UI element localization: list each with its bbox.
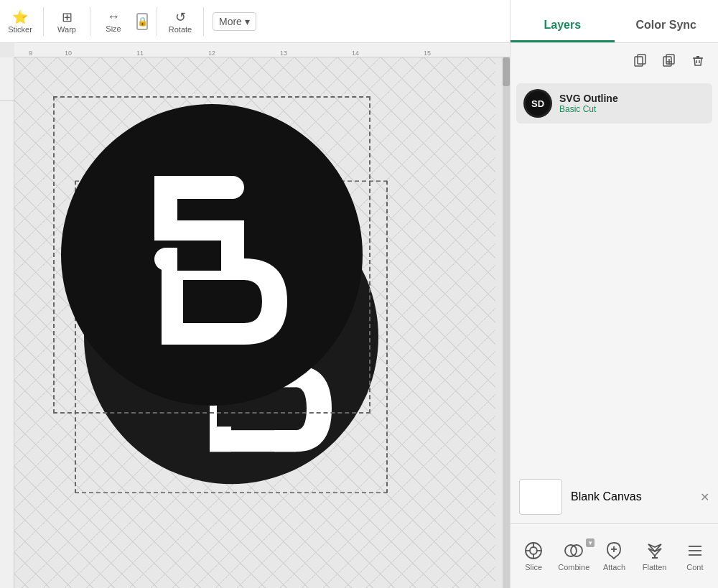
flatten-tool[interactable]: Flatten (637, 541, 673, 571)
slice-tool[interactable]: Slice (516, 541, 551, 571)
layer-thumbnail: SD (523, 89, 552, 118)
right-panel: Layers Color Sync (510, 0, 718, 588)
add-layer-button[interactable] (658, 49, 681, 72)
top-toolbar: ⭐ Sticker ⊞ Warp ↔ Size 🔒 ↺ Rotate More … (0, 0, 510, 43)
scrollbar-thumb[interactable] (503, 57, 510, 86)
duplicate-layer-button[interactable] (629, 49, 652, 72)
combine-label: Combine (558, 563, 589, 571)
cont-label: Cont (686, 563, 703, 571)
ruler-mark-9: 9 (29, 50, 32, 57)
combine-tool[interactable]: Combine ▾ (556, 541, 592, 571)
rotate-icon: ↺ (175, 9, 186, 25)
svg-rect-19 (177, 199, 244, 220)
panel-spacer (510, 129, 718, 470)
svg-rect-16 (162, 258, 183, 345)
svg-rect-18 (183, 280, 223, 323)
cont-tool[interactable]: Cont (677, 541, 713, 571)
svg-rect-11 (154, 176, 177, 226)
svg-rect-21 (635, 57, 643, 66)
ruler-top: 9 10 11 12 13 14 15 (14, 43, 510, 57)
sticker-icon: ⭐ (12, 9, 28, 25)
combine-icon (564, 541, 583, 560)
duplicate-icon (633, 53, 648, 67)
divider-1 (43, 7, 44, 36)
sticker-tool[interactable]: ⭐ Sticker (6, 9, 34, 34)
divider-4 (203, 7, 204, 36)
lock-icon: 🔒 (136, 13, 148, 30)
flatten-label: Flatten (643, 563, 667, 571)
more-label: More (219, 16, 242, 27)
blank-canvas-section: Blank Canvas ✕ (510, 470, 718, 523)
sticker-label: Sticker (8, 25, 32, 34)
blank-canvas-thumbnail (519, 479, 562, 515)
size-icon: ↔ (107, 9, 120, 24)
ruler-left (0, 57, 14, 588)
slice-icon (524, 541, 543, 560)
sd-padres-logo[interactable] (57, 101, 366, 409)
divider-3 (157, 7, 157, 36)
ruler-corner (0, 86, 14, 101)
blank-canvas-close[interactable]: ✕ (700, 490, 709, 504)
svg-point-34 (530, 547, 537, 554)
attach-label: Attach (603, 563, 625, 571)
svg-text:SD: SD (531, 98, 544, 109)
more-arrow: ▾ (245, 16, 250, 27)
warp-icon: ⊞ (62, 9, 73, 25)
divider-2 (90, 7, 90, 36)
blank-canvas-label: Blank Canvas (571, 490, 642, 503)
ruler-mark-12: 12 (208, 50, 215, 57)
size-label: Size (106, 24, 121, 33)
svg-rect-22 (638, 55, 645, 64)
svg-rect-24 (666, 55, 674, 64)
panel-toolbar (510, 43, 718, 78)
combine-dropdown[interactable]: ▾ (586, 538, 595, 547)
panel-bottom-toolbar: Slice Combine ▾ Attach (510, 523, 718, 588)
ruler-mark-11: 11 (136, 50, 144, 57)
attach-icon (605, 541, 623, 560)
flatten-icon (645, 541, 664, 560)
logo-container[interactable] (57, 101, 366, 409)
attach-tool[interactable]: Attach (596, 541, 632, 571)
delete-layer-button[interactable] (686, 49, 709, 72)
rotate-tool[interactable]: ↺ Rotate (166, 9, 195, 34)
layer-info: SVG Outline Basic Cut (559, 93, 618, 114)
tab-color-sync[interactable]: Color Sync (615, 10, 719, 42)
more-button[interactable]: More ▾ (213, 12, 256, 31)
svg-rect-20 (177, 242, 221, 271)
ruler-mark-14: 14 (352, 50, 359, 57)
size-tool[interactable]: ↔ Size (99, 9, 128, 33)
add-layer-icon (662, 53, 676, 67)
rotate-label: Rotate (169, 25, 192, 34)
ruler-mark-10: 10 (65, 50, 72, 57)
layer-type: Basic Cut (559, 104, 618, 114)
layer-item[interactable]: SD SVG Outline Basic Cut (516, 83, 712, 123)
ruler-mark-15: 15 (424, 50, 431, 57)
cont-icon (686, 541, 704, 560)
ruler-mark-13: 13 (280, 50, 287, 57)
layer-thumb-svg: SD (525, 90, 551, 116)
warp-label: Warp (57, 25, 76, 34)
layer-name: SVG Outline (559, 93, 618, 104)
tab-layers[interactable]: Layers (510, 10, 615, 42)
vertical-scrollbar[interactable] (503, 57, 510, 588)
slice-label: Slice (525, 563, 542, 571)
panel-tabs: Layers Color Sync (510, 0, 718, 43)
warp-tool[interactable]: ⊞ Warp (52, 9, 81, 34)
layers-list: SD SVG Outline Basic Cut (510, 78, 718, 129)
delete-icon (691, 53, 705, 67)
